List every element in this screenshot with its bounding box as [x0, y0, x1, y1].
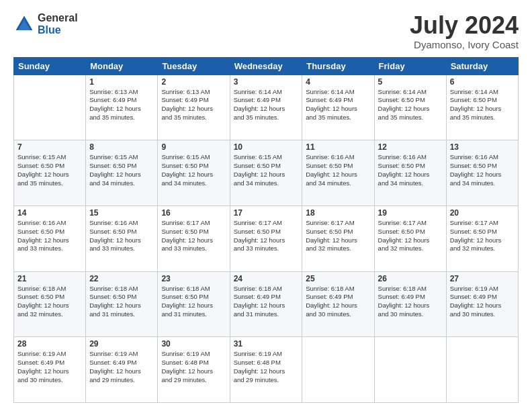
calendar-table: SundayMondayTuesdayWednesdayThursdayFrid…	[13, 57, 519, 403]
day-number: 1	[89, 77, 154, 87]
day-detail: Sunrise: 6:18 AM Sunset: 6:50 PM Dayligh…	[17, 285, 82, 319]
day-detail: Sunrise: 6:18 AM Sunset: 6:50 PM Dayligh…	[89, 285, 154, 319]
weekday-header-friday: Friday	[374, 57, 446, 75]
day-detail: Sunrise: 6:18 AM Sunset: 6:50 PM Dayligh…	[161, 285, 226, 319]
day-detail: Sunrise: 6:14 AM Sunset: 6:50 PM Dayligh…	[378, 88, 443, 122]
weekday-header-sunday: Sunday	[14, 57, 86, 75]
calendar-cell: 8Sunrise: 6:15 AM Sunset: 6:50 PM Daylig…	[86, 140, 158, 206]
calendar-cell	[446, 337, 518, 403]
day-number: 14	[17, 208, 82, 218]
calendar-cell: 18Sunrise: 6:17 AM Sunset: 6:50 PM Dayli…	[302, 205, 374, 271]
day-detail: Sunrise: 6:15 AM Sunset: 6:50 PM Dayligh…	[161, 153, 226, 187]
calendar-cell: 1Sunrise: 6:13 AM Sunset: 6:49 PM Daylig…	[86, 75, 158, 140]
day-number: 6	[450, 77, 515, 87]
calendar-cell: 31Sunrise: 6:19 AM Sunset: 6:48 PM Dayli…	[230, 337, 302, 403]
calendar-cell: 29Sunrise: 6:19 AM Sunset: 6:49 PM Dayli…	[86, 337, 158, 403]
calendar-cell: 10Sunrise: 6:15 AM Sunset: 6:50 PM Dayli…	[230, 140, 302, 206]
day-number: 28	[17, 339, 82, 349]
calendar-cell: 24Sunrise: 6:18 AM Sunset: 6:49 PM Dayli…	[230, 271, 302, 337]
day-detail: Sunrise: 6:18 AM Sunset: 6:49 PM Dayligh…	[378, 285, 443, 319]
day-detail: Sunrise: 6:19 AM Sunset: 6:49 PM Dayligh…	[17, 350, 82, 384]
day-number: 16	[161, 208, 226, 218]
calendar-cell: 4Sunrise: 6:14 AM Sunset: 6:49 PM Daylig…	[302, 75, 374, 140]
day-number: 18	[306, 208, 370, 218]
header: General Blue July 2024 Dyamonso, Ivory C…	[13, 12, 519, 50]
day-detail: Sunrise: 6:18 AM Sunset: 6:49 PM Dayligh…	[234, 285, 299, 319]
day-number: 25	[306, 274, 370, 283]
day-number: 22	[89, 274, 154, 283]
day-number: 20	[450, 208, 515, 218]
day-detail: Sunrise: 6:19 AM Sunset: 6:48 PM Dayligh…	[161, 350, 226, 384]
weekday-header-thursday: Thursday	[302, 57, 374, 75]
calendar-week-0: 1Sunrise: 6:13 AM Sunset: 6:49 PM Daylig…	[14, 75, 519, 140]
day-number: 15	[89, 208, 154, 218]
calendar-cell: 21Sunrise: 6:18 AM Sunset: 6:50 PM Dayli…	[14, 271, 86, 337]
calendar-cell: 30Sunrise: 6:19 AM Sunset: 6:48 PM Dayli…	[158, 337, 230, 403]
calendar-cell: 5Sunrise: 6:14 AM Sunset: 6:50 PM Daylig…	[374, 75, 446, 140]
logo-blue-text: Blue	[38, 24, 78, 36]
day-number: 31	[234, 339, 299, 349]
calendar-cell: 16Sunrise: 6:17 AM Sunset: 6:50 PM Dayli…	[158, 205, 230, 271]
calendar-cell: 2Sunrise: 6:13 AM Sunset: 6:49 PM Daylig…	[158, 75, 230, 140]
day-detail: Sunrise: 6:16 AM Sunset: 6:50 PM Dayligh…	[17, 219, 82, 253]
day-number: 13	[450, 142, 515, 152]
calendar-cell: 20Sunrise: 6:17 AM Sunset: 6:50 PM Dayli…	[446, 205, 518, 271]
day-number: 10	[234, 142, 299, 152]
day-detail: Sunrise: 6:16 AM Sunset: 6:50 PM Dayligh…	[89, 219, 154, 253]
day-number: 21	[17, 274, 82, 283]
logo-general-text: General	[38, 12, 78, 24]
calendar-cell: 25Sunrise: 6:18 AM Sunset: 6:49 PM Dayli…	[302, 271, 374, 337]
day-detail: Sunrise: 6:17 AM Sunset: 6:50 PM Dayligh…	[306, 219, 370, 253]
day-number: 23	[161, 274, 226, 283]
calendar-cell: 26Sunrise: 6:18 AM Sunset: 6:49 PM Dayli…	[374, 271, 446, 337]
title-area: July 2024 Dyamonso, Ivory Coast	[410, 12, 519, 50]
day-detail: Sunrise: 6:18 AM Sunset: 6:49 PM Dayligh…	[306, 285, 370, 319]
day-number: 8	[89, 142, 154, 152]
calendar-cell: 15Sunrise: 6:16 AM Sunset: 6:50 PM Dayli…	[86, 205, 158, 271]
calendar-cell: 22Sunrise: 6:18 AM Sunset: 6:50 PM Dayli…	[86, 271, 158, 337]
day-number: 24	[234, 274, 299, 283]
calendar-cell	[374, 337, 446, 403]
day-number: 11	[306, 142, 370, 152]
weekday-header-tuesday: Tuesday	[158, 57, 230, 75]
day-detail: Sunrise: 6:15 AM Sunset: 6:50 PM Dayligh…	[17, 153, 82, 187]
calendar-week-3: 21Sunrise: 6:18 AM Sunset: 6:50 PM Dayli…	[14, 271, 519, 337]
day-number: 27	[450, 274, 515, 283]
day-number: 30	[161, 339, 226, 349]
day-number: 5	[378, 77, 443, 87]
day-detail: Sunrise: 6:19 AM Sunset: 6:48 PM Dayligh…	[234, 350, 299, 384]
calendar-cell: 6Sunrise: 6:14 AM Sunset: 6:50 PM Daylig…	[446, 75, 518, 140]
calendar-cell: 17Sunrise: 6:17 AM Sunset: 6:50 PM Dayli…	[230, 205, 302, 271]
day-detail: Sunrise: 6:17 AM Sunset: 6:50 PM Dayligh…	[234, 219, 299, 253]
day-detail: Sunrise: 6:17 AM Sunset: 6:50 PM Dayligh…	[378, 219, 443, 253]
day-detail: Sunrise: 6:16 AM Sunset: 6:50 PM Dayligh…	[378, 153, 443, 187]
day-detail: Sunrise: 6:17 AM Sunset: 6:50 PM Dayligh…	[450, 219, 515, 253]
day-detail: Sunrise: 6:19 AM Sunset: 6:49 PM Dayligh…	[89, 350, 154, 384]
logo-icon	[13, 13, 35, 35]
logo-text: General Blue	[38, 12, 78, 36]
day-detail: Sunrise: 6:14 AM Sunset: 6:50 PM Dayligh…	[450, 88, 515, 122]
calendar-cell: 14Sunrise: 6:16 AM Sunset: 6:50 PM Dayli…	[14, 205, 86, 271]
day-number: 3	[234, 77, 299, 87]
main-title: July 2024	[410, 12, 519, 39]
calendar-week-2: 14Sunrise: 6:16 AM Sunset: 6:50 PM Dayli…	[14, 205, 519, 271]
calendar-cell: 7Sunrise: 6:15 AM Sunset: 6:50 PM Daylig…	[14, 140, 86, 206]
day-number: 17	[234, 208, 299, 218]
day-detail: Sunrise: 6:17 AM Sunset: 6:50 PM Dayligh…	[161, 219, 226, 253]
day-number: 2	[161, 77, 226, 87]
day-detail: Sunrise: 6:14 AM Sunset: 6:49 PM Dayligh…	[234, 88, 299, 122]
weekday-header-saturday: Saturday	[446, 57, 518, 75]
day-number: 9	[161, 142, 226, 152]
weekday-header-wednesday: Wednesday	[230, 57, 302, 75]
calendar-cell	[14, 75, 86, 140]
calendar-cell: 11Sunrise: 6:16 AM Sunset: 6:50 PM Dayli…	[302, 140, 374, 206]
calendar-cell: 19Sunrise: 6:17 AM Sunset: 6:50 PM Dayli…	[374, 205, 446, 271]
day-detail: Sunrise: 6:15 AM Sunset: 6:50 PM Dayligh…	[234, 153, 299, 187]
weekday-header-monday: Monday	[86, 57, 158, 75]
logo: General Blue	[13, 12, 78, 36]
calendar-cell: 3Sunrise: 6:14 AM Sunset: 6:49 PM Daylig…	[230, 75, 302, 140]
calendar-week-1: 7Sunrise: 6:15 AM Sunset: 6:50 PM Daylig…	[14, 140, 519, 206]
calendar-cell: 27Sunrise: 6:19 AM Sunset: 6:49 PM Dayli…	[446, 271, 518, 337]
weekday-header-row: SundayMondayTuesdayWednesdayThursdayFrid…	[14, 57, 519, 75]
day-detail: Sunrise: 6:13 AM Sunset: 6:49 PM Dayligh…	[89, 88, 154, 122]
